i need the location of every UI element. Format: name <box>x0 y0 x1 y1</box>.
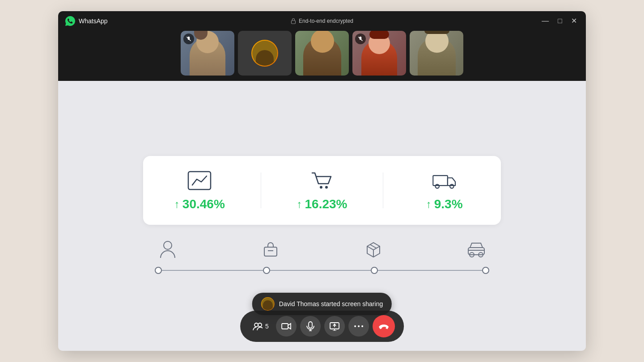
svg-point-9 <box>164 241 172 249</box>
pipeline-section <box>143 238 501 276</box>
participants-icon <box>253 322 263 330</box>
stat-arrow-chart: ↑ <box>174 198 180 210</box>
svg-point-26 <box>358 325 360 327</box>
stat-value-cart: ↑ 16.23% <box>297 197 347 211</box>
svg-point-17 <box>258 323 262 327</box>
pipeline-icon-bag <box>259 238 282 261</box>
participant-tile[interactable] <box>352 31 406 76</box>
encryption-label: End-to-end endcrypted <box>299 18 353 24</box>
encryption-indicator: End-to-end endcrypted <box>291 18 353 24</box>
app-window: WhatsApp End-to-end endcrypted — □ ✕ <box>58 11 586 351</box>
mic-toggle-button[interactable] <box>300 316 321 337</box>
end-call-button[interactable] <box>373 315 395 337</box>
pipeline-dot-3 <box>371 267 378 274</box>
screen-share-content: ↑ 30.46% ↑ 16.23% <box>143 156 501 276</box>
main-content: ↑ 30.46% ↑ 16.23% <box>58 81 586 351</box>
mute-icon <box>358 36 363 42</box>
pipeline-icons <box>152 238 492 261</box>
toast-avatar <box>261 297 275 311</box>
car-icon <box>466 241 486 257</box>
pipeline-timeline <box>158 265 486 276</box>
svg-rect-10 <box>264 247 277 256</box>
svg-point-5 <box>325 186 328 189</box>
truck-icon <box>431 169 458 192</box>
pipeline-icon-person <box>157 238 179 261</box>
minimize-button[interactable]: — <box>540 17 551 25</box>
stat-value-truck: ↑ 9.3% <box>426 197 463 211</box>
maximize-button[interactable]: □ <box>556 17 564 25</box>
pipeline-dot-1 <box>155 267 162 274</box>
end-call-icon <box>378 323 389 329</box>
call-controls: 5 <box>240 311 404 342</box>
stat-item-chart: ↑ 30.46% <box>165 169 234 211</box>
pipeline-dot-2 <box>263 267 270 274</box>
more-options-button[interactable] <box>348 316 369 337</box>
lock-icon <box>291 18 296 24</box>
participant-strip <box>58 31 586 81</box>
svg-point-25 <box>354 325 356 327</box>
svg-rect-6 <box>433 176 448 185</box>
pipeline-icon-car <box>465 238 487 261</box>
svg-rect-19 <box>309 322 312 328</box>
svg-point-8 <box>450 185 454 189</box>
stat-item-truck: ↑ 9.3% <box>410 169 479 211</box>
svg-rect-0 <box>291 21 295 24</box>
stat-divider-1 <box>261 173 261 208</box>
stat-arrow-cart: ↑ <box>297 198 302 210</box>
svg-point-27 <box>361 325 363 327</box>
participant-tile[interactable] <box>410 31 463 76</box>
mute-icon <box>186 36 191 42</box>
app-title: WhatsApp <box>79 17 108 25</box>
share-screen-button[interactable] <box>324 316 345 337</box>
title-bar-left: WhatsApp <box>65 16 108 26</box>
video-icon <box>281 322 291 330</box>
stats-card: ↑ 30.46% ↑ 16.23% <box>143 156 501 225</box>
title-bar: WhatsApp End-to-end endcrypted — □ ✕ <box>58 11 586 31</box>
participant-tile-david[interactable] <box>238 31 292 76</box>
video-toggle-button[interactable] <box>276 316 297 337</box>
whatsapp-logo-icon <box>65 16 75 26</box>
window-controls: — □ ✕ <box>540 17 579 25</box>
stat-number-cart: 16.23% <box>305 197 347 211</box>
close-button[interactable]: ✕ <box>569 17 579 25</box>
participants-count: 5 <box>265 323 269 330</box>
david-avatar <box>251 40 278 67</box>
box-icon <box>365 241 382 258</box>
pipeline-track <box>158 270 486 271</box>
svg-rect-18 <box>282 324 288 329</box>
person-icon <box>160 240 176 259</box>
bag-icon <box>262 241 279 258</box>
stat-item-cart: ↑ 16.23% <box>288 169 356 211</box>
cart-icon <box>309 169 335 192</box>
share-screen-icon <box>330 322 339 331</box>
svg-rect-12 <box>468 248 484 255</box>
chart-icon <box>186 169 213 192</box>
pipeline-icon-box <box>362 238 385 261</box>
stat-number-truck: 9.3% <box>434 197 463 211</box>
svg-point-7 <box>435 185 439 189</box>
participant-tile[interactable] <box>181 31 234 76</box>
svg-point-16 <box>254 323 258 327</box>
mute-badge <box>355 34 366 44</box>
participant-tile[interactable] <box>295 31 349 76</box>
svg-point-4 <box>320 186 322 189</box>
mute-badge <box>183 34 194 44</box>
notification-text: David Thomas started screen sharing <box>279 300 383 307</box>
participants-count-container: 5 <box>249 322 272 330</box>
stat-number-chart: 30.46% <box>182 197 225 211</box>
more-icon <box>354 325 363 328</box>
pipeline-dot-4 <box>482 267 489 274</box>
mic-icon <box>306 321 314 331</box>
stat-value-chart: ↑ 30.46% <box>174 197 225 211</box>
stat-divider-2 <box>383 173 383 208</box>
david-avatar-container <box>238 31 292 76</box>
stat-arrow-truck: ↑ <box>426 198 432 210</box>
